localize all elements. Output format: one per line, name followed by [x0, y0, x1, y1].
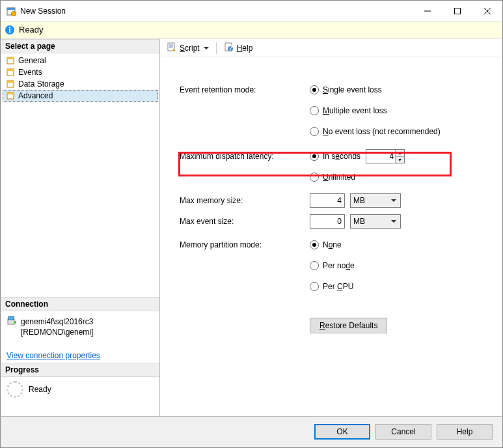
- dispatch-label: Maximum dispatch latency:: [180, 152, 310, 161]
- ok-button[interactable]: OK: [314, 424, 370, 440]
- toolbar-separator: [216, 42, 217, 54]
- progress-body: Ready: [1, 377, 159, 402]
- sidebar: Select a page General Events Data Storag…: [1, 39, 160, 416]
- svg-rect-4: [455, 8, 461, 14]
- user-name: [REDMOND\genemi]: [7, 328, 154, 337]
- svg-rect-17: [7, 92, 14, 94]
- retention-single[interactable]: Single event loss: [310, 85, 382, 94]
- progress-text: Ready: [29, 385, 51, 394]
- cancel-button[interactable]: Cancel: [375, 424, 431, 440]
- max-mem-input[interactable]: [310, 193, 345, 208]
- page-data-storage[interactable]: Data Storage: [3, 78, 158, 90]
- help-button[interactable]: Help: [437, 424, 493, 440]
- svg-rect-13: [7, 69, 14, 71]
- toolbar: Script ? Help: [160, 39, 502, 57]
- retention-multiple[interactable]: Multiple event loss: [310, 106, 387, 115]
- minimize-button[interactable]: [413, 1, 442, 21]
- svg-point-8: [9, 27, 10, 28]
- svg-point-2: [12, 11, 16, 16]
- content-pane: Script ? Help Event retention mode: Sing…: [160, 39, 502, 416]
- chevron-down-icon: [391, 199, 396, 202]
- window-controls: [413, 1, 502, 21]
- page-advanced[interactable]: Advanced: [3, 90, 158, 102]
- svg-rect-20: [14, 321, 16, 324]
- retention-none[interactable]: No event loss (not recommended): [310, 127, 441, 136]
- chevron-down-icon: [391, 220, 396, 223]
- dispatch-seconds[interactable]: In seconds: [310, 152, 360, 161]
- partition-per-cpu[interactable]: Per CPU: [310, 282, 353, 291]
- svg-rect-15: [7, 81, 14, 83]
- max-mem-label: Max memory size:: [180, 196, 310, 205]
- maximize-button[interactable]: [442, 1, 472, 21]
- dispatch-seconds-input[interactable]: ▲▼: [366, 149, 405, 163]
- partition-per-node[interactable]: Per node: [310, 261, 355, 270]
- close-button[interactable]: [472, 1, 502, 21]
- page-general[interactable]: General: [3, 55, 158, 66]
- svg-text:?: ?: [228, 44, 232, 52]
- page-list: General Events Data Storage Advanced: [1, 53, 159, 105]
- partition-none[interactable]: None: [310, 240, 342, 249]
- spin-up-icon[interactable]: ▲: [396, 150, 404, 157]
- page-icon: [5, 79, 16, 89]
- status-text: Ready: [19, 25, 44, 35]
- dispatch-unlimited[interactable]: Unlimited: [310, 173, 355, 182]
- spin-down-icon[interactable]: ▼: [396, 157, 404, 163]
- chevron-down-icon: [204, 47, 209, 49]
- page-label: General: [18, 56, 46, 65]
- view-connection-link[interactable]: View connection properties: [1, 341, 159, 363]
- help-button[interactable]: ? Help: [221, 40, 256, 55]
- max-evt-unit[interactable]: MB: [350, 214, 401, 229]
- page-icon: [5, 56, 16, 65]
- svg-rect-19: [8, 316, 14, 320]
- connection-header: Connection: [1, 297, 159, 311]
- max-evt-label: Max event size:: [180, 217, 310, 226]
- max-evt-input[interactable]: [310, 214, 345, 229]
- page-icon: [5, 91, 16, 100]
- progress-header: Progress: [1, 363, 159, 377]
- footer: OK Cancel Help: [1, 416, 502, 447]
- titlebar: New Session: [1, 1, 502, 21]
- page-label: Data Storage: [18, 79, 64, 89]
- svg-rect-9: [9, 29, 10, 33]
- page-label: Events: [18, 68, 42, 77]
- server-icon: [7, 315, 17, 328]
- connection-body: genemi4f\sql2016rc3 [REDMOND\genemi]: [1, 311, 159, 341]
- ready-banner: Ready: [1, 21, 502, 38]
- partition-label: Memory partition mode:: [180, 240, 310, 249]
- select-page-header: Select a page: [1, 39, 159, 53]
- app-icon: [6, 6, 16, 16]
- info-icon: [5, 25, 15, 35]
- script-icon: [167, 42, 177, 54]
- server-name: genemi4f\sql2016rc3: [21, 317, 93, 326]
- script-button[interactable]: Script: [164, 40, 211, 55]
- help-label: Help: [237, 44, 253, 53]
- retention-label: Event retention mode:: [180, 85, 310, 94]
- window-title: New Session: [20, 7, 413, 16]
- page-events[interactable]: Events: [3, 66, 158, 78]
- script-label: Script: [180, 44, 200, 53]
- progress-spinner-icon: [7, 381, 23, 398]
- svg-rect-1: [7, 8, 15, 10]
- page-label: Advanced: [18, 91, 53, 100]
- svg-rect-11: [7, 57, 14, 59]
- advanced-form: Event retention mode: Single event loss …: [160, 72, 502, 416]
- help-icon: ?: [224, 42, 234, 54]
- page-icon: [5, 68, 16, 77]
- max-mem-unit[interactable]: MB: [350, 193, 401, 208]
- restore-defaults-button[interactable]: Restore Defaults: [310, 318, 387, 333]
